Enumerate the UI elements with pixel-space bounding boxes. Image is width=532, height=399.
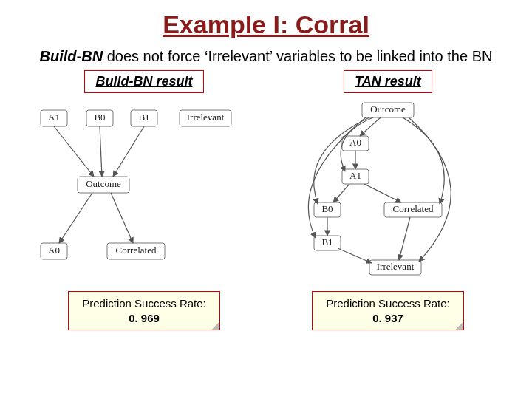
node-b0-r: B0 (321, 203, 332, 214)
left-header: Build-BN result (84, 70, 203, 93)
left-result-value: 0. 969 (82, 311, 206, 326)
right-result-label: Prediction Success Rate: (326, 296, 450, 311)
right-graph: Outcome A0 A1 B0 Correlated B1 Irrelevan… (277, 99, 499, 276)
svg-line-10 (59, 193, 92, 243)
svg-line-7 (54, 126, 94, 177)
node-irrelevant: Irrelevant (187, 112, 225, 123)
svg-line-11 (111, 193, 133, 243)
right-column: TAN result Outcome A0 A1 B0 (273, 70, 502, 330)
page-title: Example I: Corral (0, 10, 532, 39)
svg-line-25 (338, 248, 372, 263)
subtitle: Build-BN does not force ‘Irrelevant’ var… (0, 47, 532, 66)
node-correlated: Correlated (116, 245, 157, 256)
node-outcome: Outcome (86, 178, 121, 189)
node-b0: B0 (94, 112, 105, 123)
subtitle-text: does not force ‘Irrelevant’ variables to… (103, 48, 492, 64)
node-correlated-r: Correlated (393, 203, 434, 214)
columns: Build-BN result A1 B0 B1 Irrelevant (0, 70, 532, 330)
svg-line-8 (100, 126, 102, 177)
subtitle-method: Build-BN (40, 48, 103, 64)
svg-line-24 (399, 217, 410, 260)
left-result-label: Prediction Success Rate: (82, 296, 206, 311)
node-irrelevant-r: Irrelevant (377, 261, 415, 272)
left-result-box: Prediction Success Rate: 0. 969 (68, 291, 220, 330)
node-outcome-r: Outcome (370, 103, 406, 115)
node-a0-r: A0 (349, 137, 361, 148)
node-a0: A0 (48, 245, 60, 256)
node-a1-r: A1 (349, 170, 361, 181)
node-b1-r: B1 (321, 236, 332, 248)
svg-line-21 (333, 184, 349, 202)
svg-line-9 (113, 126, 144, 177)
svg-line-22 (364, 184, 401, 202)
left-column: Build-BN result A1 B0 B1 Irrelevant (30, 70, 259, 330)
node-b1: B1 (138, 112, 149, 123)
right-header: TAN result (344, 70, 432, 93)
right-result-value: 0. 937 (326, 311, 450, 326)
left-graph: A1 B0 B1 Irrelevant Outcome A0 Correlate… (33, 99, 255, 276)
right-result-box: Prediction Success Rate: 0. 937 (312, 291, 464, 330)
node-a1: A1 (48, 112, 60, 123)
